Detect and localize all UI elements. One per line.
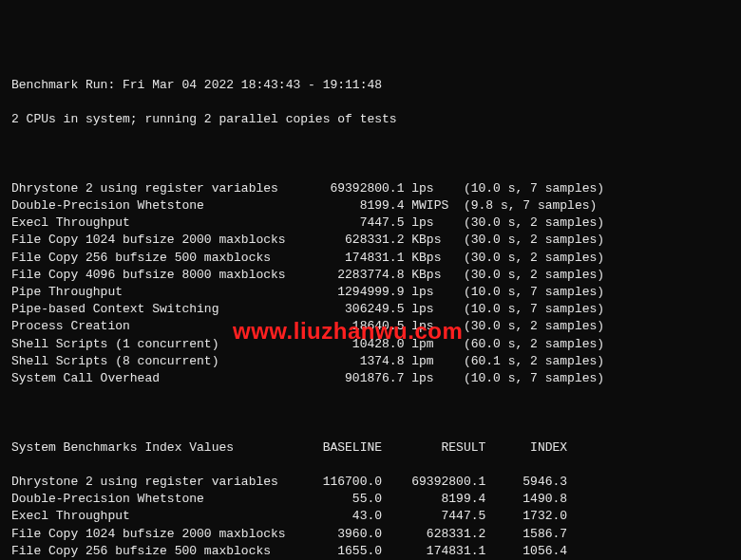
index-block: Dhrystone 2 using register variables 116… [11, 474, 730, 560]
index-row: File Copy 1024 bufsize 2000 maxblocks 39… [11, 526, 730, 543]
result-row: Dhrystone 2 using register variables 693… [11, 180, 730, 197]
blank-line [11, 146, 730, 163]
index-row: Execl Throughput 43.0 7447.5 1732.0 [11, 508, 730, 525]
index-row: Dhrystone 2 using register variables 116… [11, 474, 730, 491]
result-row: System Call Overhead 901876.7 lps (10.0 … [11, 370, 730, 387]
result-row: File Copy 256 bufsize 500 maxblocks 1748… [11, 250, 730, 267]
blank-line [11, 404, 730, 421]
benchmark-run-line: Benchmark Run: Fri Mar 04 2022 18:43:43 … [11, 77, 730, 94]
result-row: Double-Precision Whetstone 8199.4 MWIPS … [11, 197, 730, 215]
result-row: File Copy 4096 bufsize 8000 maxblocks 22… [11, 267, 730, 284]
result-row: File Copy 1024 bufsize 2000 maxblocks 62… [11, 232, 730, 249]
index-row: Double-Precision Whetstone 55.0 8199.4 1… [11, 491, 730, 508]
result-row: Shell Scripts (1 concurrent) 10428.0 lpm… [11, 336, 730, 353]
result-row: Execl Throughput 7447.5 lps (30.0 s, 2 s… [11, 215, 730, 232]
result-row: Pipe-based Context Switching 306249.5 lp… [11, 301, 730, 318]
index-header: System Benchmarks Index Values BASELINE … [11, 439, 730, 457]
results-block: Dhrystone 2 using register variables 693… [11, 180, 730, 387]
result-row: Pipe Throughput 1294999.9 lps (10.0 s, 7… [11, 284, 730, 301]
result-row: Process Creation 18640.5 lps (30.0 s, 2 … [11, 318, 730, 335]
index-row: File Copy 256 bufsize 500 maxblocks 1655… [11, 543, 730, 560]
cpu-info-line: 2 CPUs in system; running 2 parallel cop… [11, 111, 730, 128]
result-row: Shell Scripts (8 concurrent) 1374.8 lpm … [11, 353, 730, 370]
